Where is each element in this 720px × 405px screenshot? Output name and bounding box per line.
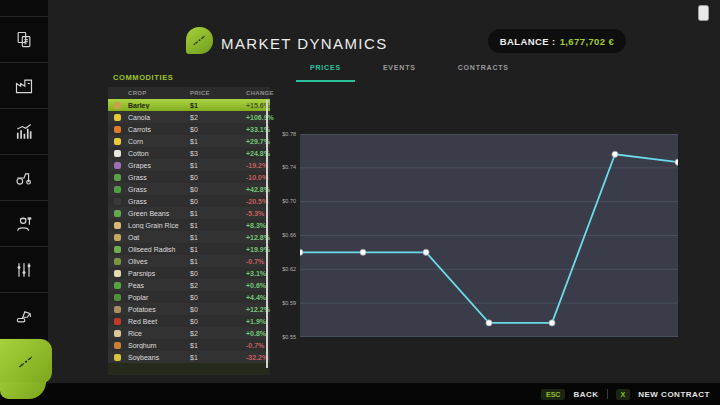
table-row[interactable]: Rice $2 +0.8% (108, 327, 270, 339)
commodities-list: Barley $1 +15.6% Canola $2 +106.9% Carro… (108, 99, 270, 363)
crop-icon (114, 102, 121, 109)
tab-events[interactable]: EVENTS (383, 64, 416, 82)
crop-icon (114, 270, 121, 277)
table-row[interactable]: Barley $1 +15.6% (108, 99, 270, 111)
x-keycap: X (616, 389, 631, 400)
crop-icon (114, 174, 121, 181)
trend-line-icon (191, 32, 208, 49)
table-row[interactable]: Cotton $3 +24.8% (108, 147, 270, 159)
crop-price: $1 (190, 246, 246, 253)
crop-price: $1 (190, 162, 246, 169)
crop-name: Sorghum (128, 342, 190, 349)
crop-change: +4.4% (246, 294, 266, 301)
sidebar-item-statistics[interactable] (0, 108, 48, 154)
sidebar-top-spacer (0, 0, 48, 16)
crop-name: Parsnips (128, 270, 190, 277)
crop-icon (114, 354, 121, 361)
crop-price: $0 (190, 294, 246, 301)
crop-name: Red Beet (128, 318, 190, 325)
crop-name: Canola (128, 114, 190, 121)
crop-price: $0 (190, 186, 246, 193)
table-row[interactable]: Potatoes $0 +12.2% (108, 303, 270, 315)
crop-price: $1 (190, 234, 246, 241)
table-row[interactable]: Grapes $1 -19.2% (108, 159, 270, 171)
crop-name: Rice (128, 330, 190, 337)
sidebar (0, 0, 48, 383)
tab-contracts[interactable]: CONTRACTS (458, 64, 509, 82)
crop-price: $2 (190, 282, 246, 289)
documents-icon (14, 30, 34, 50)
footer-divider (607, 389, 608, 399)
table-row[interactable]: Olives $1 -0.7% (108, 255, 270, 267)
table-row[interactable]: Green Beans $1 -5.3% (108, 207, 270, 219)
table-row[interactable]: Long Grain Rice $1 +8.3% (108, 219, 270, 231)
crop-price: $0 (190, 126, 246, 133)
sidebar-item-settings[interactable] (0, 246, 48, 292)
crop-name: Cotton (128, 150, 190, 157)
app-logo (186, 27, 213, 54)
table-row[interactable]: Carrots $0 +33.1% (108, 123, 270, 135)
crop-icon (114, 306, 121, 313)
table-row[interactable]: Grass $0 +42.8% (108, 183, 270, 195)
crop-name: Long Grain Rice (128, 222, 190, 229)
new-contract-button[interactable]: NEW CONTRACT (638, 390, 710, 399)
table-row[interactable]: Oat $1 +12.8% (108, 231, 270, 243)
crop-name: Grass (128, 186, 190, 193)
esc-keycap: ESC (541, 389, 565, 400)
table-header: CROP PRICE CHANGE (108, 87, 270, 99)
crop-price: $0 (190, 306, 246, 313)
scrollbar-thumb[interactable] (266, 100, 268, 368)
crop-name: Oat (128, 234, 190, 241)
crop-name: Olives (128, 258, 190, 265)
balance-value: 1,677,702 € (560, 36, 615, 47)
table-row[interactable]: Canola $2 +106.9% (108, 111, 270, 123)
sidebar-item-production[interactable] (0, 62, 48, 108)
settings-icon (14, 260, 34, 280)
table-row[interactable]: Poplar $0 +4.4% (108, 291, 270, 303)
table-row[interactable]: Red Beet $0 +1.9% (108, 315, 270, 327)
crop-change: +106.9% (246, 114, 274, 121)
crop-icon (114, 294, 121, 301)
sidebar-item-market-dynamics[interactable] (0, 338, 52, 384)
table-row[interactable]: Soybeans $1 -32.2% (108, 351, 270, 363)
sidebar-item-documents[interactable] (0, 16, 48, 62)
crop-name: Grapes (128, 162, 190, 169)
crop-price: $0 (190, 318, 246, 325)
price-line-chart (300, 134, 678, 337)
crop-name: Grass (128, 198, 190, 205)
crop-price: $1 (190, 102, 246, 109)
table-row[interactable]: Sorghum $1 -0.7% (108, 339, 270, 351)
crop-change: -19.2% (246, 162, 268, 169)
table-row[interactable]: Grass $0 -10.0% (108, 171, 270, 183)
price-chart: $0.78$0.74$0.70$0.66$0.62$0.59$0.55 (270, 128, 684, 343)
tab-prices[interactable]: PRICES (310, 64, 341, 82)
table-row[interactable]: Corn $1 +29.7% (108, 135, 270, 147)
page-title: MARKET DYNAMICS (221, 35, 388, 52)
balance-badge: BALANCE : 1,677,702 € (488, 29, 626, 53)
table-row[interactable]: Oilseed Radish $1 +19.9% (108, 243, 270, 255)
crop-icon (114, 186, 121, 193)
back-button[interactable]: BACK (573, 390, 598, 399)
crop-icon (114, 342, 121, 349)
sidebar-item-construction[interactable] (0, 292, 48, 338)
y-axis-tick: $0.70 (270, 198, 296, 204)
scrollbar-track[interactable] (266, 100, 268, 368)
crop-change: -20.5% (246, 198, 268, 205)
tab-bar: PRICESEVENTSCONTRACTS (310, 64, 509, 82)
y-axis-tick: $0.62 (270, 266, 296, 272)
table-row[interactable]: Grass $0 -20.5% (108, 195, 270, 207)
table-row[interactable]: Parsnips $0 +3.1% (108, 267, 270, 279)
commodities-panel: CROP PRICE CHANGE Barley $1 +15.6% Canol… (108, 87, 270, 375)
y-axis-tick: $0.78 (270, 131, 296, 137)
farmer-icon (14, 214, 34, 234)
crop-icon (114, 246, 121, 253)
crop-name: Corn (128, 138, 190, 145)
crop-price: $0 (190, 270, 246, 277)
crop-icon (114, 138, 121, 145)
sidebar-item-farmer[interactable] (0, 200, 48, 246)
sidebar-item-vehicle[interactable] (0, 154, 48, 200)
production-icon (14, 76, 34, 96)
table-row[interactable]: Peas $2 +0.6% (108, 279, 270, 291)
crop-icon (114, 258, 121, 265)
col-header-price: PRICE (190, 90, 246, 96)
